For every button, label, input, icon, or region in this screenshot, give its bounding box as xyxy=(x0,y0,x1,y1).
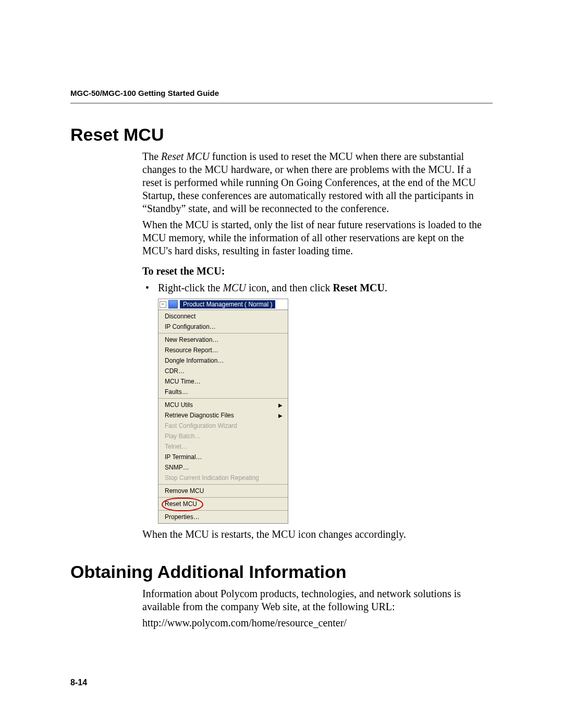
menu-item[interactable]: Faults… xyxy=(158,387,288,397)
menu-item[interactable]: Remove MCU xyxy=(158,486,288,496)
menu-item-label: Telnet… xyxy=(165,443,188,450)
menu-item: Fast Configuration Wizard xyxy=(158,421,288,431)
section-heading-reset-mcu: Reset MCU xyxy=(70,125,493,145)
menu-item[interactable]: Reset MCU xyxy=(158,499,288,509)
menu-item: Stop Current Indication Repeating xyxy=(158,473,288,483)
menu-item-label: IP Configuration… xyxy=(165,323,216,330)
menu-item-label: CDR… xyxy=(165,367,185,375)
menu-item[interactable]: IP Terminal… xyxy=(158,452,288,462)
tree-node-row: − Product Management ( Normal ) xyxy=(158,299,288,310)
menu-item-label: Fast Configuration Wizard xyxy=(165,422,237,429)
paragraph-after-menu: When the MCU is restarts, the MCU icon c… xyxy=(142,528,493,541)
menu-group: New Reservation…Resource Report…Dongle I… xyxy=(158,333,288,398)
text-fragment: icon, and then click xyxy=(246,282,333,293)
strong-reset-mcu: Reset MCU xyxy=(333,282,385,293)
text-fragment: Right-click the xyxy=(158,282,223,293)
menu-item[interactable]: Properties… xyxy=(158,512,288,522)
menu-item[interactable]: Resource Report… xyxy=(158,345,288,355)
menu-item[interactable]: SNMP… xyxy=(158,462,288,473)
menu-item-label: Stop Current Indication Repeating xyxy=(165,474,259,482)
paragraph-url: http://www.polycom.com/home/resource_cen… xyxy=(142,616,493,630)
menu-item-label: Properties… xyxy=(165,513,200,521)
menu-item-label: Faults… xyxy=(165,388,188,396)
menu-group: Reset MCU xyxy=(158,497,288,510)
tree-node-label: Product Management ( Normal ) xyxy=(180,300,275,309)
menu-group: Properties… xyxy=(158,510,288,523)
context-menu-body: DisconnectIP Configuration…New Reservati… xyxy=(158,310,288,523)
menu-item[interactable]: Dongle Information… xyxy=(158,355,288,366)
menu-item-label: MCU Time… xyxy=(165,378,201,385)
menu-item-label: Resource Report… xyxy=(165,347,218,354)
menu-item-label: New Reservation… xyxy=(165,336,218,343)
emphasis-reset-mcu: Reset MCU xyxy=(161,151,210,162)
menu-item: Play Batch… xyxy=(158,431,288,441)
subheading-to-reset: To reset the MCU: xyxy=(142,265,493,278)
menu-item[interactable]: MCU Utils▶ xyxy=(158,400,288,410)
header-rule xyxy=(70,103,493,104)
tree-collapse-icon: − xyxy=(160,301,166,308)
menu-item-label: Retrieve Diagnostic Files xyxy=(165,412,234,419)
menu-item-label: Remove MCU xyxy=(165,487,204,495)
menu-item-label: Disconnect xyxy=(165,313,195,320)
menu-item-label: MCU Utils xyxy=(165,401,193,409)
menu-item[interactable]: New Reservation… xyxy=(158,335,288,345)
menu-item[interactable]: Disconnect xyxy=(158,311,288,322)
bullet-list: Right-click the MCU icon, and then click… xyxy=(142,281,493,294)
paragraph-info-intro: Information about Polycom products, tech… xyxy=(142,587,493,613)
running-header: MGC-50/MGC-100 Getting Started Guide xyxy=(70,89,493,103)
submenu-arrow-icon: ▶ xyxy=(278,402,283,408)
menu-group: MCU Utils▶Retrieve Diagnostic Files▶Fast… xyxy=(158,398,288,484)
paragraph-reset-behavior: When the MCU is started, only the list o… xyxy=(142,218,493,257)
bullet-item-reset-instruction: Right-click the MCU icon, and then click… xyxy=(142,281,493,294)
menu-item[interactable]: CDR… xyxy=(158,366,288,376)
menu-group: DisconnectIP Configuration… xyxy=(158,310,288,333)
menu-item: Telnet… xyxy=(158,441,288,452)
submenu-arrow-icon: ▶ xyxy=(278,413,283,418)
menu-item[interactable]: IP Configuration… xyxy=(158,322,288,332)
section-heading-additional-info: Obtaining Additional Information xyxy=(70,562,493,582)
page-number: 8-14 xyxy=(70,678,87,687)
text-fragment: The xyxy=(142,151,161,162)
emphasis-mcu: MCU xyxy=(223,282,246,293)
paragraph-reset-intro: The Reset MCU function is used to reset … xyxy=(142,150,493,215)
menu-item-label: Play Batch… xyxy=(165,433,201,440)
menu-group: Remove MCU xyxy=(158,484,288,497)
menu-item-label: IP Terminal… xyxy=(165,453,202,461)
document-page: MGC-50/MGC-100 Getting Started Guide Res… xyxy=(0,0,563,728)
context-menu-screenshot: − Product Management ( Normal ) Disconne… xyxy=(158,299,288,524)
menu-item[interactable]: Retrieve Diagnostic Files▶ xyxy=(158,410,288,421)
mcu-icon xyxy=(168,300,178,309)
menu-item-label: Reset MCU xyxy=(165,500,197,508)
body-column-2: Information about Polycom products, tech… xyxy=(142,587,493,630)
menu-item-label: Dongle Information… xyxy=(165,357,224,364)
menu-item-label: SNMP… xyxy=(165,464,189,471)
menu-item[interactable]: MCU Time… xyxy=(158,376,288,387)
body-column-1: The Reset MCU function is used to reset … xyxy=(142,150,493,541)
text-fragment: . xyxy=(385,282,387,293)
